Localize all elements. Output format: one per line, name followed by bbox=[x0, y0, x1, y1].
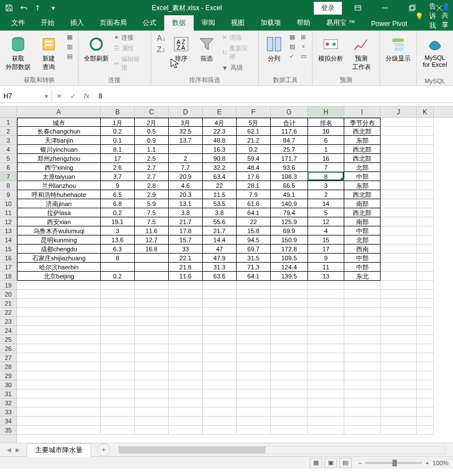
cell-H19[interactable] bbox=[308, 281, 344, 290]
cell-C2[interactable]: 0.5 bbox=[135, 127, 169, 136]
cell-B16[interactable]: 8 bbox=[101, 254, 135, 263]
cell-D32[interactable] bbox=[169, 398, 203, 408]
cell-E12[interactable]: 55.6 bbox=[203, 217, 237, 226]
page-break-button[interactable]: ▤ bbox=[339, 458, 352, 468]
cell-K28[interactable] bbox=[417, 362, 434, 371]
cell-B6[interactable]: 2.6 bbox=[101, 163, 135, 172]
cell-B18[interactable]: 0.2 bbox=[101, 272, 135, 281]
cell-D10[interactable]: 13.1 bbox=[169, 199, 203, 208]
cell-F17[interactable]: 71.3 bbox=[237, 263, 271, 272]
cell-E19[interactable] bbox=[203, 281, 237, 290]
cell-D5[interactable]: 2 bbox=[169, 154, 203, 163]
cell-D28[interactable] bbox=[169, 362, 203, 371]
cell-D8[interactable]: 4.6 bbox=[169, 181, 203, 190]
remove-dup-button[interactable]: ▨ bbox=[288, 42, 296, 51]
cell-C9[interactable]: 2.9 bbox=[135, 190, 169, 199]
cell-K30[interactable] bbox=[417, 380, 434, 389]
cell-E24[interactable] bbox=[203, 326, 237, 335]
cell-E34[interactable] bbox=[203, 417, 237, 426]
filter-button[interactable]: 筛选 bbox=[196, 33, 217, 63]
cell-J24[interactable] bbox=[381, 326, 417, 335]
flash-fill-button[interactable]: ▦ bbox=[288, 33, 296, 41]
cell-A29[interactable] bbox=[17, 371, 101, 380]
row-header-19[interactable]: 19 bbox=[0, 281, 16, 290]
cell-A4[interactable]: 银川yinchuan bbox=[17, 145, 101, 154]
cell-A11[interactable]: 拉萨lasa bbox=[17, 208, 101, 217]
cell-K11[interactable] bbox=[417, 208, 434, 217]
cell-H17[interactable]: 11 bbox=[308, 263, 344, 272]
cancel-icon[interactable]: ✕ bbox=[54, 92, 65, 100]
sort-button[interactable]: A ZZ A 排序 bbox=[170, 33, 192, 63]
cell-J9[interactable] bbox=[381, 190, 417, 199]
row-header-3[interactable]: 3 bbox=[0, 136, 16, 145]
cell-G15[interactable]: 172.8 bbox=[271, 245, 308, 254]
cell-F24[interactable] bbox=[237, 326, 271, 335]
cell-B20[interactable] bbox=[101, 290, 135, 299]
cell-H14[interactable]: 15 bbox=[308, 235, 344, 245]
cell-G9[interactable]: 49.1 bbox=[271, 190, 308, 199]
cell-A35[interactable] bbox=[17, 426, 101, 435]
cell-H15[interactable]: 17 bbox=[308, 245, 344, 254]
cell-B31[interactable] bbox=[101, 389, 135, 398]
sort-asc-button[interactable]: A↓ bbox=[156, 33, 167, 43]
row-header-13[interactable]: 13 bbox=[0, 226, 16, 235]
cell-C13[interactable]: 11.6 bbox=[135, 226, 169, 235]
row-header-2[interactable]: 2 bbox=[0, 127, 16, 136]
cell-J5[interactable] bbox=[381, 154, 417, 163]
cell-H25[interactable] bbox=[308, 335, 344, 344]
cell-C25[interactable] bbox=[135, 335, 169, 344]
cell-F28[interactable] bbox=[237, 362, 271, 371]
cell-F16[interactable]: 31.5 bbox=[237, 254, 271, 263]
cell-H2[interactable]: 10 bbox=[308, 127, 344, 136]
cell-B1[interactable]: 1月 bbox=[101, 118, 135, 127]
cell-D29[interactable] bbox=[169, 371, 203, 380]
recent-button[interactable]: ▤ bbox=[66, 52, 74, 61]
cell-E8[interactable]: 22 bbox=[203, 181, 237, 190]
cell-H22[interactable] bbox=[308, 308, 344, 317]
cell-E11[interactable]: 3.8 bbox=[203, 208, 237, 217]
cell-H5[interactable]: 16 bbox=[308, 154, 344, 163]
cell-A13[interactable]: 乌鲁木齐wulumuqi bbox=[17, 226, 101, 235]
col-header-K[interactable]: K bbox=[417, 106, 434, 117]
cell-I6[interactable]: 北部 bbox=[344, 163, 381, 172]
cell-K4[interactable] bbox=[417, 145, 434, 154]
cell-J3[interactable] bbox=[381, 136, 417, 145]
cell-I20[interactable] bbox=[344, 290, 381, 299]
cell-I3[interactable]: 东部 bbox=[344, 136, 381, 145]
cell-C22[interactable] bbox=[135, 308, 169, 317]
cell-G20[interactable] bbox=[271, 290, 308, 299]
cell-J29[interactable] bbox=[381, 371, 417, 380]
row-header-29[interactable]: 29 bbox=[0, 371, 16, 380]
cell-J12[interactable] bbox=[381, 217, 417, 226]
cell-A3[interactable]: 天津tianjin bbox=[17, 136, 101, 145]
cell-J33[interactable] bbox=[381, 408, 417, 417]
cell-J7[interactable] bbox=[381, 172, 417, 181]
cell-C34[interactable] bbox=[135, 417, 169, 426]
cell-K14[interactable] bbox=[417, 235, 434, 245]
cell-E9[interactable]: 11.5 bbox=[203, 190, 237, 199]
cell-H10[interactable]: 14 bbox=[308, 199, 344, 208]
cell-E22[interactable] bbox=[203, 308, 237, 317]
tell-me-button[interactable]: 告诉我 bbox=[429, 2, 436, 31]
cell-D1[interactable]: 3月 bbox=[169, 118, 203, 127]
cell-D33[interactable] bbox=[169, 408, 203, 417]
cell-C5[interactable]: 2.5 bbox=[135, 154, 169, 163]
cell-G34[interactable] bbox=[271, 417, 308, 426]
cell-I32[interactable] bbox=[344, 398, 381, 408]
from-table-button[interactable]: ▥ bbox=[66, 42, 74, 51]
cell-C7[interactable]: 2.7 bbox=[135, 172, 169, 181]
cell-B26[interactable] bbox=[101, 344, 135, 353]
cell-C27[interactable] bbox=[135, 353, 169, 362]
get-external-data-button[interactable]: 获取 外部数据 bbox=[5, 33, 32, 71]
cell-A22[interactable] bbox=[17, 308, 101, 317]
cell-F12[interactable]: 22 bbox=[237, 217, 271, 226]
row-header-26[interactable]: 26 bbox=[0, 344, 16, 353]
tab-页面布局[interactable]: 页面布局 bbox=[92, 15, 135, 31]
cell-F27[interactable] bbox=[237, 353, 271, 362]
cell-I2[interactable]: 西北部 bbox=[344, 127, 381, 136]
cell-F13[interactable]: 15.8 bbox=[237, 226, 271, 235]
col-header-H[interactable]: H bbox=[308, 106, 344, 117]
cell-E29[interactable] bbox=[203, 371, 237, 380]
cell-B35[interactable] bbox=[101, 426, 135, 435]
cell-K34[interactable] bbox=[417, 417, 434, 426]
